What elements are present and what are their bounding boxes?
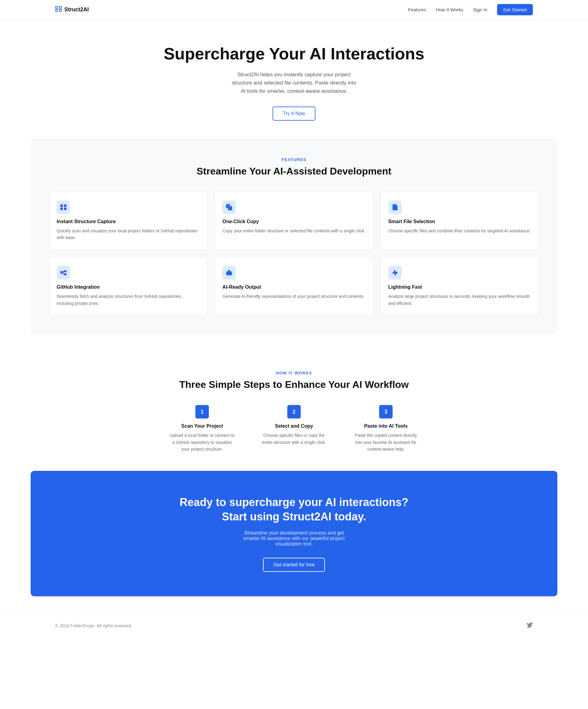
step-2-title: Select and Copy (260, 423, 328, 429)
step-1-number: 1 (196, 405, 209, 419)
feature-card-lightning: Lightning Fast Analyze large project str… (381, 257, 539, 316)
feature-desc-5: Generate AI-friendly representations of … (222, 293, 365, 300)
footer-copyright: © 2024 FolderScope. All rights reserved. (55, 623, 132, 628)
feature-card-one-click-copy: One-Click Copy Copy your entire folder s… (215, 192, 373, 250)
svg-rect-4 (61, 205, 62, 206)
feature-desc-6: Analyze large project structures in seco… (388, 293, 531, 307)
one-click-copy-icon-box (222, 201, 236, 214)
step-3-number: 3 (379, 405, 392, 419)
features-title: Streamline Your AI-Assisted Development (49, 166, 539, 177)
smart-file-icon-box (388, 201, 402, 214)
step-1-title: Scan Your Project (169, 423, 236, 429)
get-started-free-button[interactable]: Get started for free (263, 558, 325, 572)
feature-title-5: AI-Ready Output (222, 284, 365, 290)
feature-desc-2: Copy your entire folder structure or sel… (222, 228, 365, 234)
svg-rect-11 (61, 271, 62, 273)
ai-ready-icon-box (222, 266, 236, 280)
nav-get-started-button[interactable]: Get Started (497, 4, 533, 15)
nav-features[interactable]: Features (408, 7, 426, 12)
svg-rect-8 (228, 206, 232, 210)
svg-rect-0 (56, 6, 57, 8)
cta-title: Ready to supercharge your AI interaction… (49, 495, 539, 524)
feature-card-smart-file: Smart File Selection Choose specific fil… (381, 192, 539, 250)
grid-icon (60, 204, 67, 211)
svg-point-19 (228, 273, 229, 274)
logo-icon (55, 5, 62, 14)
features-section: FEATURES Streamline Your AI-Assisted Dev… (31, 139, 557, 334)
feature-title-1: Instant Structure Capture (57, 219, 200, 225)
step-3-desc: Paste the copied content directly into y… (352, 432, 419, 452)
features-label: FEATURES (49, 157, 539, 162)
hero-title: Supercharge Your AI Interactions (6, 44, 582, 63)
step-3-title: Paste into AI Tools (352, 423, 419, 429)
svg-rect-7 (64, 208, 66, 209)
footer: © 2024 FolderScope. All rights reserved. (0, 615, 588, 637)
lightning-icon-box (388, 266, 402, 280)
feature-desc-3: Choose specific files and combine their … (388, 228, 531, 234)
lightning-icon (392, 269, 399, 276)
steps-grid: 1 Scan Your Project Upload a local folde… (6, 405, 582, 452)
hero-section: Supercharge Your AI Interactions Struct2… (0, 20, 588, 139)
twitter-icon (527, 625, 533, 629)
nav-how-it-works[interactable]: How It Works (436, 7, 463, 12)
step-3: 3 Paste into AI Tools Paste the copied c… (352, 405, 419, 452)
github-icon (60, 269, 67, 276)
robot-icon (226, 269, 232, 276)
svg-rect-2 (56, 9, 57, 11)
github-icon-box (57, 266, 70, 280)
try-it-now-button[interactable]: Try It Now (273, 107, 315, 121)
hero-description: Struct2AI helps you instantly capture yo… (230, 71, 358, 96)
twitter-link[interactable] (527, 622, 533, 629)
how-it-works-section: HOW IT WORKS Three Simple Steps to Enhan… (0, 352, 588, 471)
navbar: Struct2AI Features How It Works Sign In … (0, 0, 588, 20)
instant-structure-icon-box (57, 201, 70, 214)
svg-rect-1 (59, 6, 61, 8)
svg-rect-6 (61, 208, 62, 209)
feature-card-ai-ready: AI-Ready Output Generate AI-friendly rep… (215, 257, 373, 316)
step-2-desc: Choose specific files or copy the entire… (260, 432, 328, 446)
svg-rect-14 (64, 274, 66, 275)
feature-desc-4: Seamlessly fetch and analyze structures … (57, 293, 200, 307)
nav-sign-in[interactable]: Sign In (473, 7, 488, 12)
step-2-number: 2 (287, 405, 301, 419)
step-1: 1 Scan Your Project Upload a local folde… (169, 405, 236, 452)
how-label: HOW IT WORKS (6, 371, 582, 375)
svg-rect-3 (59, 9, 61, 11)
how-title: Three Simple Steps to Enhance Your AI Wo… (6, 379, 582, 390)
feature-desc-1: Quickly scan and visualize your local pr… (57, 228, 200, 241)
nav-links: Features How It Works Sign In Get Starte… (408, 4, 533, 15)
cta-section: Ready to supercharge your AI interaction… (31, 471, 557, 596)
logo-text: Struct2AI (64, 6, 89, 13)
step-1-desc: Upload a local folder or connect to a Gi… (169, 432, 236, 452)
svg-marker-22 (392, 270, 398, 275)
feature-title-2: One-Click Copy (222, 219, 365, 225)
feature-title-6: Lightning Fast (388, 284, 531, 290)
feature-card-github: GitHub Integration Seamlessly fetch and … (49, 257, 207, 316)
feature-card-instant-structure: Instant Structure Capture Quickly scan a… (49, 192, 207, 250)
step-2: 2 Select and Copy Choose specific files … (260, 405, 328, 452)
file-icon (392, 204, 399, 211)
logo-link[interactable]: Struct2AI (55, 5, 89, 14)
feature-title-3: Smart File Selection (388, 219, 531, 225)
svg-rect-13 (64, 271, 66, 272)
feature-title-4: GitHub Integration (57, 284, 200, 290)
features-grid: Instant Structure Capture Quickly scan a… (49, 192, 539, 316)
copy-icon (226, 204, 232, 211)
svg-rect-5 (64, 205, 66, 206)
cta-description: Streamline your development process and … (236, 530, 352, 547)
svg-point-20 (230, 273, 231, 274)
